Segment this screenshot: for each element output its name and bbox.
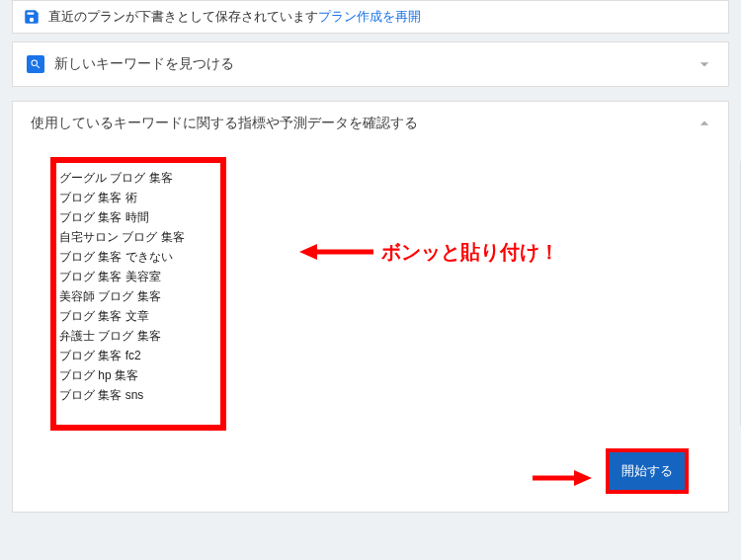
panel-keyword-metrics-title: 使用しているキーワードに関する指標や予測データを確認する — [31, 115, 695, 132]
notice-text: 直近のプランが下書きとして保存されています — [48, 8, 318, 26]
keywords-textarea[interactable] — [56, 163, 218, 422]
panel-keyword-metrics-header[interactable]: 使用しているキーワードに関する指標や予測データを確認する — [13, 102, 728, 145]
panel-find-keywords-header[interactable]: 新しいキーワードを見つける — [13, 42, 728, 86]
annotation-arrow-right — [533, 468, 592, 488]
panel-find-keywords-title: 新しいキーワードを見つける — [54, 55, 695, 73]
panel-find-keywords: 新しいキーワードを見つける — [12, 41, 729, 87]
annotation-arrow-left — [299, 242, 373, 262]
start-button[interactable]: 開始する — [606, 448, 689, 494]
chevron-up-icon — [695, 114, 714, 133]
svg-marker-3 — [574, 470, 592, 486]
panel-keyword-metrics: 使用しているキーワードに関する指標や予測データを確認する ボンッと貼り付け！ 開… — [12, 101, 729, 513]
draft-plan-notice: 直近のプランが下書きとして保存されています プラン作成を再開 — [12, 0, 729, 34]
annotation-paste-label: ボンッと貼り付け！ — [381, 239, 559, 266]
action-row: 開始する — [50, 448, 691, 494]
resume-plan-link[interactable]: プラン作成を再開 — [318, 8, 421, 26]
panel-keyword-metrics-body: ボンッと貼り付け！ 開始する — [13, 145, 728, 512]
keyword-input-area: ボンッと貼り付け！ — [50, 157, 691, 431]
svg-marker-1 — [299, 244, 317, 260]
search-icon — [27, 55, 44, 73]
scrollbar-track — [223, 157, 741, 443]
annotation-highlight-box — [50, 157, 226, 431]
chevron-down-icon — [695, 54, 714, 74]
save-icon — [23, 8, 41, 26]
